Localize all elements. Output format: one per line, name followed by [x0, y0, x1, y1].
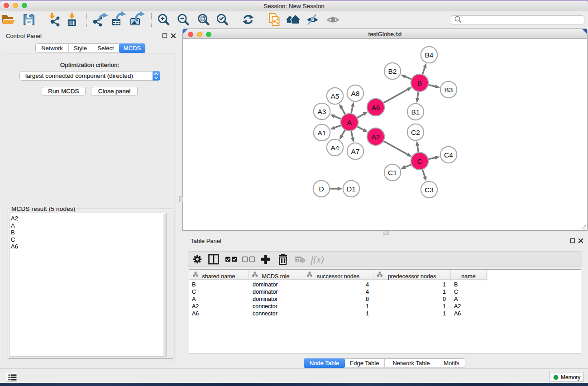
svg-text:A: A: [347, 119, 352, 126]
svg-text:A4: A4: [331, 144, 339, 152]
svg-text:C3: C3: [425, 186, 434, 194]
svg-text:C1: C1: [388, 169, 397, 176]
svg-text:C2: C2: [411, 129, 420, 136]
svg-text:A6: A6: [372, 104, 380, 111]
svg-text:B4: B4: [425, 51, 434, 59]
svg-text:D: D: [319, 185, 324, 193]
svg-text:A7: A7: [351, 148, 360, 155]
svg-text:A5: A5: [331, 92, 339, 100]
svg-text:B: B: [417, 79, 422, 87]
svg-text:A2: A2: [372, 133, 380, 141]
svg-text:C4: C4: [444, 151, 453, 159]
svg-text:f(x): f(x): [311, 254, 324, 265]
svg-text:A1: A1: [318, 129, 326, 137]
svg-text:A8: A8: [351, 90, 360, 97]
svg-text:D1: D1: [347, 185, 356, 193]
svg-text:B3: B3: [445, 86, 453, 94]
svg-text:A3: A3: [318, 108, 326, 115]
svg-text:B2: B2: [388, 67, 397, 75]
svg-text:C: C: [417, 157, 422, 165]
svg-text:B1: B1: [411, 108, 420, 116]
